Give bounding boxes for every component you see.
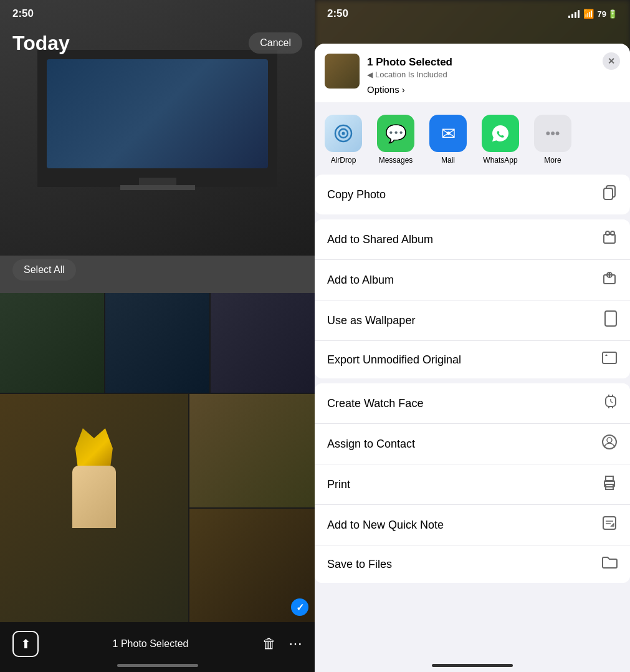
photo-small-2[interactable]: ✓ [189, 509, 315, 622]
photo-small-1[interactable] [189, 394, 315, 507]
thumb-1[interactable] [0, 293, 104, 393]
right-status-bar: 2:50 📶 79 🔋 [315, 0, 630, 27]
toolbar-right-actions: 🗑 ⋯ [262, 636, 302, 652]
app-icons-row: AirDrop 💬 Messages ✉ Mail WhatsApp [315, 102, 630, 175]
right-panel: 2:50 📶 79 🔋 1 Photo Selected [315, 0, 630, 672]
airdrop-icon-bg [325, 115, 362, 152]
app-icon-mail[interactable]: ✉ Mail [429, 115, 467, 165]
location-icon: ◀ [367, 70, 373, 79]
more-icon-bg: ••• [534, 115, 571, 152]
action-group-2: Add to Shared Album Add to Album [315, 219, 630, 378]
wifi-icon: 📶 [583, 9, 594, 19]
share-thumbnail [325, 54, 360, 89]
copy-photo-icon [601, 185, 618, 204]
home-indicator-right [432, 664, 513, 667]
action-save-to-files[interactable]: Save to Files [315, 545, 630, 583]
app-icon-more[interactable]: ••• More [534, 115, 571, 165]
selection-check: ✓ [291, 598, 308, 616]
add-album-label: Add to Album [327, 274, 394, 287]
app-icon-messages[interactable]: 💬 Messages [377, 115, 414, 165]
left-time: 2:50 [12, 7, 34, 20]
action-add-to-shared-album[interactable]: Add to Shared Album [315, 219, 630, 260]
messages-label: Messages [379, 156, 413, 165]
action-group-3: Create Watch Face A [315, 383, 630, 583]
svg-point-2 [342, 132, 345, 135]
delete-button[interactable]: 🗑 [262, 636, 276, 652]
action-list: Copy Photo Add to Shared Album [315, 175, 630, 583]
assign-contact-icon [601, 434, 618, 454]
action-add-quick-note[interactable]: Add to New Quick Note [315, 505, 630, 545]
action-assign-contact[interactable]: Assign to Contact [315, 424, 630, 464]
whatsapp-label: WhatsApp [483, 156, 517, 165]
add-shared-album-label: Add to Shared Album [327, 233, 433, 246]
mail-label: Mail [441, 156, 455, 165]
share-subtitle: ◀ Location Is Included [367, 70, 620, 79]
share-title: 1 Photo Selected [367, 56, 620, 69]
wallpaper-label: Use as Wallpaper [327, 314, 415, 327]
close-button[interactable]: ✕ [603, 52, 620, 70]
action-print[interactable]: Print [315, 464, 630, 505]
thumb-3[interactable] [211, 293, 315, 393]
share-sheet: 1 Photo Selected ◀ Location Is Included … [315, 44, 630, 672]
app-icon-airdrop[interactable]: AirDrop [325, 115, 362, 165]
select-all-button[interactable]: Select All [12, 259, 76, 281]
action-use-as-wallpaper[interactable]: Use as Wallpaper [315, 300, 630, 341]
print-icon [601, 474, 618, 494]
svg-point-22 [607, 438, 612, 443]
today-label: Today [12, 32, 70, 55]
options-button[interactable]: Options › [367, 84, 405, 95]
shared-album-icon [601, 229, 618, 249]
more-button[interactable]: ⋯ [289, 636, 302, 652]
export-label: Export Unmodified Original [327, 353, 461, 367]
print-label: Print [327, 478, 350, 491]
messages-icon-bg: 💬 [377, 115, 414, 152]
signal-icon [568, 10, 580, 18]
svg-point-7 [606, 231, 609, 235]
whatsapp-svg [489, 122, 512, 145]
svg-rect-13 [603, 352, 616, 363]
left-top-bar: Today Cancel [0, 27, 315, 59]
action-copy-photo[interactable]: Copy Photo [315, 175, 630, 214]
selection-count-text: 1 Photo Selected [113, 638, 189, 650]
cancel-button[interactable]: Cancel [249, 32, 302, 54]
export-icon [601, 351, 618, 368]
home-indicator-left [117, 664, 198, 667]
action-group-1: Copy Photo [315, 175, 630, 214]
share-subtitle-text: Location Is Included [375, 70, 447, 79]
assign-contact-label: Assign to Contact [327, 438, 415, 451]
svg-rect-12 [605, 311, 616, 326]
watch-face-label: Create Watch Face [327, 397, 423, 410]
thumb-2[interactable] [105, 293, 209, 393]
action-add-to-album[interactable]: Add to Album [315, 260, 630, 300]
photo-row-2: ✓ [0, 394, 315, 622]
more-apps-label: More [544, 156, 561, 165]
right-status-icons: 📶 79 🔋 [568, 9, 618, 19]
airdrop-label: AirDrop [331, 156, 356, 165]
mail-icon-bg: ✉ [429, 115, 467, 152]
photo-small-col: ✓ [189, 394, 315, 622]
copy-photo-label: Copy Photo [327, 188, 386, 201]
save-files-label: Save to Files [327, 558, 392, 571]
battery-icon: 79 🔋 [598, 9, 618, 19]
watch-face-icon [604, 393, 618, 413]
left-panel: Select All 2:50 Today Cancel [0, 0, 315, 672]
app-icon-whatsapp[interactable]: WhatsApp [482, 115, 519, 165]
share-button[interactable]: ⬆ [12, 631, 39, 657]
svg-point-8 [611, 231, 614, 235]
right-time: 2:50 [327, 7, 348, 20]
share-title-area: 1 Photo Selected ◀ Location Is Included … [367, 54, 620, 95]
add-album-icon [601, 270, 618, 290]
action-create-watch-face[interactable]: Create Watch Face [315, 383, 630, 424]
save-files-icon [601, 555, 618, 573]
photo-large-goku[interactable] [0, 394, 188, 622]
thumbnail-row [0, 293, 315, 393]
quick-note-icon [601, 515, 618, 535]
action-export-unmodified[interactable]: Export Unmodified Original [315, 341, 630, 378]
whatsapp-icon-bg [482, 115, 519, 152]
airdrop-svg [333, 123, 354, 144]
left-status-bar: 2:50 [0, 0, 315, 27]
svg-rect-5 [604, 188, 613, 199]
quick-note-label: Add to New Quick Note [327, 519, 444, 532]
wallpaper-icon [604, 310, 618, 330]
svg-rect-6 [604, 234, 615, 243]
